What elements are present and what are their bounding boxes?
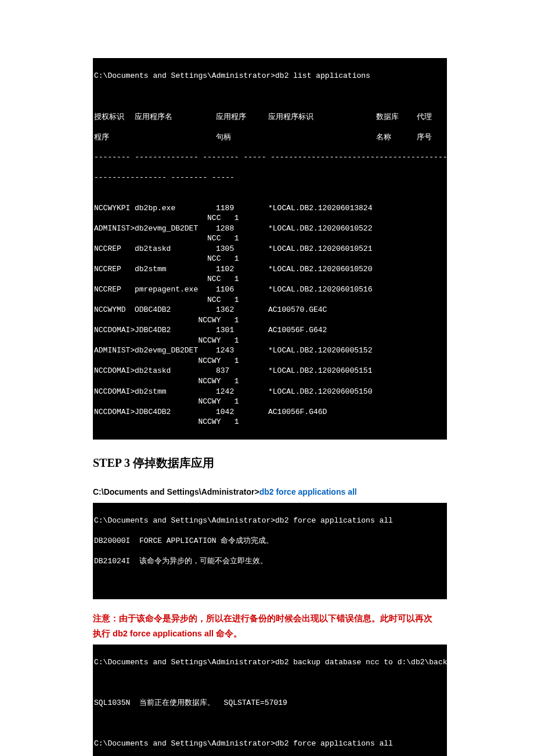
terminal-list-applications: C:\Documents and Settings\Administrator>… [93, 58, 447, 440]
table-row-sub: NCC 1 [94, 295, 446, 305]
terminal-force-applications: C:\Documents and Settings\Administrator>… [93, 503, 447, 599]
table-row: NCCREP pmrepagent.exe 1106*LOCAL.DB2.120… [94, 285, 446, 295]
table-row: NCCDOMAI>JDBC4DB2 1042AC10056F.G46D [94, 407, 446, 417]
table-row: NCCWYMD ODBC4DB2 1362AC100570.GE4C [94, 305, 446, 315]
terminal-line: DB21024I 该命令为异步的，可能不会立即生效。 [94, 556, 446, 567]
step3-heading: STEP 3 停掉数据库应用 [93, 454, 447, 471]
step3-cmd-text: db2 force applications all [259, 487, 357, 496]
table-row-sub: NCCWY 1 [94, 417, 446, 427]
table-row-sub: NCCWY 1 [94, 397, 446, 407]
table-row: NCCREP db2stmm 1102*LOCAL.DB2.1202060105… [94, 264, 446, 275]
terminal-backup-error: C:\Documents and Settings\Administrator>… [93, 645, 447, 756]
terminal-header-row1: 授权标识应用程序名应用程序应用程序标识数据库代理 [94, 111, 446, 122]
step3-prompt-text: C:\Documents and Settings\Administrator> [93, 487, 259, 496]
terminal-line: C:\Documents and Settings\Administrator>… [94, 516, 446, 526]
terminal-rule: -------- -------------- -------- ----- -… [94, 152, 446, 163]
table-row-sub: NCCWY 1 [94, 336, 446, 346]
table-row: ADMINIST>db2evmg_DB2DET 1243*LOCAL.DB2.1… [94, 345, 446, 356]
terminal-line: C:\Documents and Settings\Administrator>… [94, 657, 446, 668]
table-row: NCCDOMAI>db2stmm 1242*LOCAL.DB2.12020600… [94, 387, 446, 397]
warning-line1: 注意：由于该命令是异步的，所以在进行备份的时候会出现以下错误信息。此时可以再次 [93, 611, 447, 626]
table-row-sub: NCCWY 1 [94, 376, 446, 387]
warning-line2: 执行 db2 force applications all 命令。 [93, 626, 447, 641]
terminal-rule: ---------------- -------- ----- [94, 172, 446, 183]
table-row-sub: NCC 1 [94, 254, 446, 264]
warning-note: 注意：由于该命令是异步的，所以在进行备份的时候会出现以下错误信息。此时可以再次 … [93, 611, 447, 641]
terminal-header-row2: 程序句柄名称序号 [94, 132, 446, 142]
table-row-sub: NCC 1 [94, 233, 446, 244]
table-row-sub: NCCWY 1 [94, 315, 446, 326]
terminal-line: C:\Documents and Settings\Administrator>… [94, 739, 446, 749]
terminal-line: DB20000I FORCE APPLICATION 命令成功完成。 [94, 536, 446, 546]
table-row: NCCDOMAI>db2taskd 837 *LOCAL.DB2.1202060… [94, 366, 446, 376]
table-row: ADMINIST>db2evmg_DB2DET 1288*LOCAL.DB2.1… [94, 224, 446, 234]
table-row: NCCWYKPI db2bp.exe 1189*LOCAL.DB2.120206… [94, 203, 446, 214]
table-row: NCCDOMAI>JDBC4DB2 1301AC10056F.G642 [94, 325, 446, 336]
table-row-sub: NCC 1 [94, 213, 446, 224]
terminal-line: SQL1035N 当前正在使用数据库。 SQLSTATE=57019 [94, 698, 446, 708]
table-row-sub: NCC 1 [94, 274, 446, 285]
table-row-sub: NCCWY 1 [94, 356, 446, 366]
table-row: NCCREP db2taskd 1305*LOCAL.DB2.120206010… [94, 244, 446, 254]
step3-command-line: C:\Documents and Settings\Administrator>… [93, 486, 447, 498]
terminal-prompt: C:\Documents and Settings\Administrator>… [94, 71, 446, 81]
